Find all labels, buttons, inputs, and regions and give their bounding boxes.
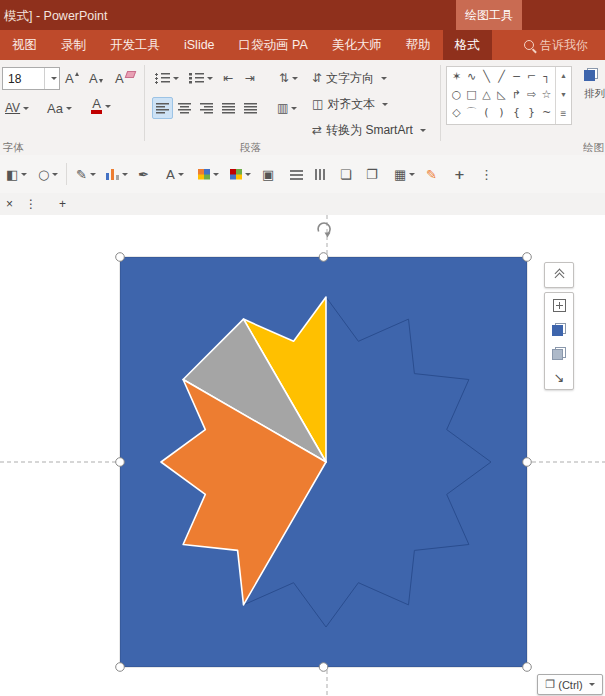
resize-handle-middle-left[interactable] [116, 458, 125, 467]
eyedropper-button[interactable]: ✒ [136, 163, 151, 185]
shape-arc-icon[interactable]: ⌒ [464, 104, 479, 122]
letter-a-icon: A [166, 167, 175, 182]
arrange-button[interactable]: 排列 [584, 68, 605, 138]
tab-pocket-animation[interactable]: 口袋动画 PA [227, 30, 320, 60]
bring-forward-button[interactable] [545, 317, 573, 341]
clear-formatting-button[interactable]: A [112, 67, 138, 89]
paragraph-group-label: 段落 [240, 141, 261, 155]
gallery-scroll-down-button[interactable]: ▼ [556, 86, 571, 105]
character-spacing-button[interactable]: AV [2, 97, 32, 119]
shape-star-icon[interactable]: ✶ [449, 68, 464, 86]
chevron-down-icon [291, 107, 297, 110]
resize-handle-bottom-center[interactable] [319, 663, 328, 672]
shape-diamond-icon[interactable]: ◇ [449, 104, 464, 122]
shape-star-outline-icon[interactable]: ☆ [539, 86, 554, 104]
tab-developer[interactable]: 开发工具 [98, 30, 172, 60]
marker-pen-button[interactable]: ✎ [424, 163, 439, 185]
shape-fill-button[interactable]: ◧ [4, 163, 29, 185]
tab-view[interactable]: 视图 [0, 30, 49, 60]
distribute-rows-button[interactable] [288, 163, 305, 185]
clipboard-button[interactable]: ❐ [364, 163, 380, 185]
toolbar-more-button[interactable]: ⋮ [478, 163, 495, 185]
shape-elbow-icon[interactable]: ┐ [539, 68, 554, 86]
shape-line-icon[interactable]: ─ [509, 68, 524, 86]
gallery-more-button[interactable]: ≡ [556, 105, 571, 124]
collapse-box [544, 262, 574, 288]
shape-line-icon[interactable]: ╲ [479, 68, 494, 86]
collapse-panel-button[interactable] [545, 263, 573, 287]
text-style-button[interactable]: A [164, 163, 186, 185]
tab-help[interactable]: 帮助 [394, 30, 443, 60]
shape-left-brace-icon[interactable]: { [509, 104, 524, 122]
shape-curve-icon[interactable]: ~ [539, 104, 554, 122]
justify-button[interactable] [219, 97, 238, 119]
chevron-down-icon [589, 683, 595, 686]
font-size-combo[interactable]: 18 [2, 67, 60, 90]
send-backward-button[interactable] [545, 341, 573, 365]
shape-outline-button[interactable]: ○ [36, 163, 60, 185]
shape-triangle-icon[interactable]: △ [479, 86, 494, 104]
shape-rectangle-icon[interactable]: □ [464, 86, 479, 104]
distribute-columns-button[interactable] [312, 163, 329, 185]
resize-handle-top-center[interactable] [319, 253, 328, 262]
paste-options-button[interactable]: ❐ (Ctrl) [537, 674, 603, 695]
copy-button[interactable]: ❏ [338, 163, 354, 185]
align-center-button[interactable] [175, 97, 194, 119]
tab-options-button[interactable]: ⋮ [19, 197, 43, 211]
tab-islide[interactable]: iSlide [172, 30, 227, 60]
chevron-down-icon [245, 173, 251, 176]
shape-squiggle-icon[interactable]: ∿ [464, 68, 479, 86]
tab-beautify[interactable]: 美化大师 [320, 30, 394, 60]
resize-handle-bottom-right[interactable] [523, 663, 532, 672]
tell-me-search[interactable]: 告诉我你 [524, 30, 605, 60]
shape-line-icon[interactable]: ╱ [494, 68, 509, 86]
shape-left-paren-icon[interactable]: ( [479, 104, 494, 122]
align-tools-box: ↘ [544, 292, 574, 390]
convert-to-smartart-button[interactable]: ⇄ 转换为 SmartArt [312, 120, 426, 140]
rotation-handle[interactable] [318, 223, 330, 237]
columns-button[interactable]: ▥ [274, 97, 300, 119]
resize-handle-top-left[interactable] [116, 253, 125, 262]
align-text-button[interactable]: ◫ 对齐文本 [312, 94, 388, 114]
resize-handle-middle-right[interactable] [523, 458, 532, 467]
shape-block-arrow-icon[interactable]: ⇨ [524, 86, 539, 104]
shrink-font-button[interactable]: A [86, 67, 106, 89]
resize-handle-bottom-left[interactable] [116, 663, 125, 672]
increase-indent-button[interactable]: ⇥ [242, 67, 258, 89]
font-size-dropdown[interactable] [44, 68, 59, 89]
shape-arrow-icon[interactable]: ↱ [509, 86, 524, 104]
shape-elbow-icon[interactable]: ⌐ [524, 68, 539, 86]
line-spacing-button[interactable]: ⇅ [276, 67, 301, 89]
tab-record[interactable]: 录制 [49, 30, 98, 60]
color-scheme-button[interactable] [228, 163, 253, 185]
decrease-indent-button[interactable]: ⇤ [220, 67, 236, 89]
resize-handle-top-right[interactable] [523, 253, 532, 262]
group-divider [440, 65, 441, 141]
grow-font-button[interactable]: A [62, 67, 82, 89]
gallery-scroll-up-button[interactable]: ▲ [556, 67, 571, 86]
bullets-button[interactable] [152, 67, 182, 89]
numbering-button[interactable] [186, 67, 216, 89]
expand-panel-button[interactable]: ↘ [545, 365, 573, 389]
align-center-target-button[interactable] [545, 293, 573, 317]
change-case-button[interactable]: Aa [44, 97, 75, 119]
align-left-button[interactable] [152, 97, 173, 119]
align-right-button[interactable] [197, 97, 216, 119]
style-gallery-button[interactable]: ▦ [392, 163, 417, 185]
text-direction-button[interactable]: ⇵ 文字方向 [312, 68, 387, 88]
close-tab-button[interactable]: × [0, 197, 19, 211]
table-style-button[interactable] [196, 163, 221, 185]
new-tab-button[interactable]: + [53, 197, 72, 211]
shape-right-brace-icon[interactable]: } [524, 104, 539, 122]
shape-circle-icon[interactable]: ○ [449, 86, 464, 104]
tab-format[interactable]: 格式 [443, 30, 492, 60]
caret-up-icon [75, 72, 79, 76]
font-color-button[interactable]: A [88, 95, 114, 117]
shape-right-paren-icon[interactable]: ) [494, 104, 509, 122]
slide-layout-button[interactable]: ▣ [260, 163, 276, 185]
shape-right-triangle-icon[interactable]: ◺ [494, 86, 509, 104]
edit-shape-button[interactable]: ✎ [74, 163, 98, 185]
distribute-text-button[interactable] [241, 97, 260, 119]
chart-button[interactable] [104, 163, 130, 185]
select-objects-button[interactable]: + [452, 163, 467, 185]
